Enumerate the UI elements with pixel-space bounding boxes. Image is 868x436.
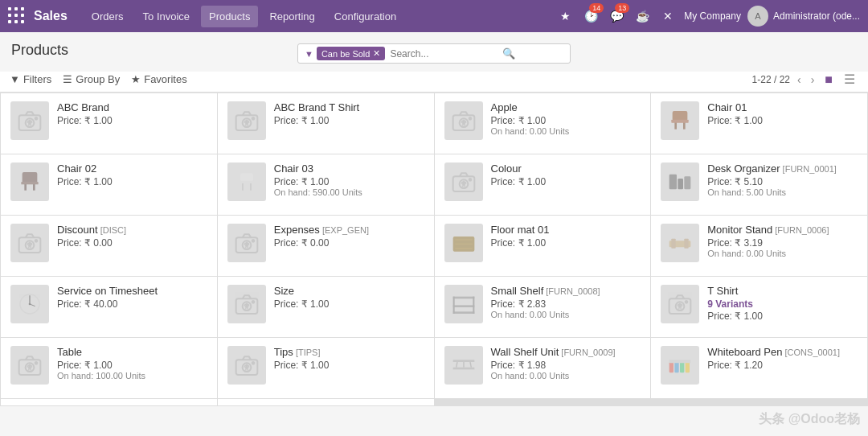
filters-label: Filters bbox=[23, 73, 51, 85]
nav-to-invoice[interactable]: To Invoice bbox=[135, 6, 199, 27]
product-code: [FURN_0001] bbox=[780, 164, 837, 174]
nav-orders[interactable]: Orders bbox=[84, 6, 132, 27]
list-view-icon[interactable]: ☰ bbox=[841, 70, 858, 88]
product-price: Price: ₹ 1.20 bbox=[707, 360, 858, 371]
svg-point-58 bbox=[252, 301, 254, 303]
main-nav: Orders To Invoice Products Reporting Con… bbox=[84, 6, 555, 27]
product-name: Desk Organizer [FURN_0001] bbox=[707, 162, 858, 175]
svg-rect-50 bbox=[672, 239, 676, 249]
chat-icon[interactable]: 💬 13 bbox=[607, 6, 626, 26]
product-card[interactable]: Chair 02Price: ₹ 1.00 bbox=[1, 154, 217, 215]
product-card[interactable]: T Shirt9 VariantsPrice: ₹ 1.00 bbox=[651, 277, 867, 337]
product-card[interactable]: Chair 03Price: ₹ 1.00On hand: 590.00 Uni… bbox=[218, 154, 434, 215]
search-submit-icon[interactable]: 🔍 bbox=[502, 47, 515, 60]
svg-point-7 bbox=[252, 117, 254, 120]
product-card[interactable]: Tips [TIPS]Price: ₹ 1.00 bbox=[218, 338, 434, 398]
product-card[interactable]: ApplePrice: ₹ 1.00On hand: 0.00 Units bbox=[435, 93, 651, 154]
filter-tag-label: Can be Sold bbox=[321, 49, 371, 59]
product-card[interactable]: Small Shelf [FURN_0008]Price: ₹ 2.83On h… bbox=[435, 277, 651, 337]
product-name: Chair 01 bbox=[707, 101, 858, 113]
product-image bbox=[444, 224, 483, 262]
favorites-button[interactable]: ★ Favorites bbox=[131, 73, 186, 85]
close-icon[interactable]: ✕ bbox=[658, 6, 678, 26]
svg-rect-86 bbox=[669, 362, 674, 372]
product-price: Price: ₹ 1.00 bbox=[57, 176, 207, 187]
nav-reporting[interactable]: Reporting bbox=[261, 6, 322, 27]
product-code: [FURN_0009] bbox=[559, 348, 615, 357]
product-code: [TIPS] bbox=[293, 348, 321, 357]
product-image bbox=[661, 224, 699, 262]
product-card[interactable]: chairPrice: ₹ 1.00 bbox=[1, 399, 217, 406]
product-info: Wall Shelf Unit [FURN_0009]Price: ₹ 1.98… bbox=[491, 346, 641, 380]
nav-configuration[interactable]: Configuration bbox=[326, 6, 404, 27]
product-card[interactable]: Wall Shelf Unit [FURN_0009]Price: ₹ 1.98… bbox=[435, 338, 651, 398]
product-price: Price: ₹ 1.00 bbox=[274, 176, 424, 187]
page-title: Products bbox=[11, 42, 68, 59]
svg-rect-18 bbox=[672, 120, 689, 123]
product-code: [EXP_GEN] bbox=[320, 225, 369, 235]
product-info: Chair 01Price: ₹ 1.00 bbox=[707, 101, 858, 126]
pagination-group: 1-22 / 22 ‹ › ■ ☰ bbox=[752, 70, 858, 88]
product-card[interactable]: TablePrice: ₹ 1.00On hand: 100.00 Units bbox=[1, 338, 217, 398]
product-image bbox=[10, 346, 49, 385]
product-card[interactable]: Monitor Stand [FURN_0006]Price: ₹ 3.19On… bbox=[651, 216, 867, 276]
svg-point-42 bbox=[252, 240, 254, 242]
group-by-button[interactable]: ☰ Group By bbox=[63, 73, 120, 85]
product-info: T Shirt9 VariantsPrice: ₹ 1.00 bbox=[707, 285, 858, 322]
product-card[interactable]: ColourPrice: ₹ 1.00 bbox=[435, 154, 651, 215]
svg-rect-88 bbox=[680, 362, 684, 372]
product-card[interactable]: ABC Brand T ShirtPrice: ₹ 1.00 bbox=[218, 93, 434, 154]
product-card[interactable]: Service on TimesheetPrice: ₹ 40.00 bbox=[1, 277, 217, 337]
product-card[interactable]: ABC BrandPrice: ₹ 1.00 bbox=[1, 93, 217, 154]
star-icon[interactable]: ★ bbox=[555, 6, 575, 26]
product-info: Small Shelf [FURN_0008]Price: ₹ 2.83On h… bbox=[491, 285, 641, 319]
product-card[interactable]: mobile phonePrice: ₹ 1.00 bbox=[218, 399, 434, 406]
product-card[interactable]: Chair 01Price: ₹ 1.00 bbox=[651, 93, 867, 154]
svg-rect-62 bbox=[452, 305, 474, 307]
product-name: Discount [DISC] bbox=[57, 224, 207, 236]
group-by-icon: ☰ bbox=[63, 73, 72, 85]
search-input[interactable] bbox=[390, 48, 502, 60]
product-image bbox=[227, 101, 266, 140]
filters-button[interactable]: ▼ Filters bbox=[10, 73, 51, 85]
product-image bbox=[10, 162, 49, 201]
product-stock: On hand: 100.00 Units bbox=[57, 371, 207, 380]
filter-tag-remove[interactable]: ✕ bbox=[373, 48, 380, 59]
product-card[interactable]: Expenses [EXP_GEN]Price: ₹ 0.00 bbox=[218, 216, 434, 276]
product-card[interactable]: Discount [DISC]Price: ₹ 0.00 bbox=[1, 216, 217, 276]
company-name[interactable]: My Company bbox=[684, 10, 741, 22]
product-variants: 9 Variants bbox=[707, 298, 858, 310]
product-info: ABC Brand T ShirtPrice: ₹ 1.00 bbox=[274, 101, 424, 126]
product-info: TablePrice: ₹ 1.00On hand: 100.00 Units bbox=[57, 346, 207, 380]
brand-title[interactable]: Sales bbox=[34, 9, 68, 23]
product-stock: On hand: 590.00 Units bbox=[274, 187, 424, 197]
activity-icon[interactable]: 🕑 14 bbox=[581, 6, 600, 26]
product-image bbox=[661, 101, 699, 140]
product-image bbox=[227, 162, 266, 201]
svg-rect-33 bbox=[678, 179, 684, 189]
grid-view-icon[interactable]: ■ bbox=[821, 71, 836, 88]
product-price: Price: ₹ 3.19 bbox=[707, 237, 858, 249]
product-info: Expenses [EXP_GEN]Price: ₹ 0.00 bbox=[274, 224, 424, 249]
user-menu[interactable]: A Administrator (ode... bbox=[747, 6, 860, 27]
product-price: Price: ₹ 0.00 bbox=[274, 237, 424, 249]
filter-tag[interactable]: Can be Sold ✕ bbox=[317, 47, 386, 60]
apps-menu-icon[interactable] bbox=[8, 7, 26, 25]
product-name: Small Shelf [FURN_0008] bbox=[491, 285, 641, 297]
umbrella-icon[interactable]: ☕ bbox=[633, 6, 652, 26]
product-card[interactable]: Desk Organizer [FURN_0001]Price: ₹ 5.10O… bbox=[651, 154, 867, 215]
next-page-button[interactable]: › bbox=[809, 73, 817, 86]
product-card[interactable]: SizePrice: ₹ 1.00 bbox=[218, 277, 434, 337]
prev-page-button[interactable]: ‹ bbox=[795, 73, 804, 86]
product-price: Price: ₹ 5.10 bbox=[707, 176, 858, 187]
svg-rect-90 bbox=[669, 360, 691, 363]
product-info: ABC BrandPrice: ₹ 1.00 bbox=[57, 101, 207, 126]
svg-rect-81 bbox=[452, 360, 474, 362]
product-price: Price: ₹ 1.00 bbox=[274, 115, 424, 126]
svg-point-2 bbox=[35, 117, 38, 120]
product-card[interactable]: Floor mat 01Price: ₹ 1.00 bbox=[435, 216, 651, 276]
svg-point-55 bbox=[29, 303, 31, 306]
product-stock: On hand: 0.00 Units bbox=[491, 310, 641, 319]
nav-products[interactable]: Products bbox=[201, 6, 258, 27]
product-card[interactable]: Whiteboard Pen [CONS_0001]Price: ₹ 1.20 bbox=[651, 338, 867, 398]
